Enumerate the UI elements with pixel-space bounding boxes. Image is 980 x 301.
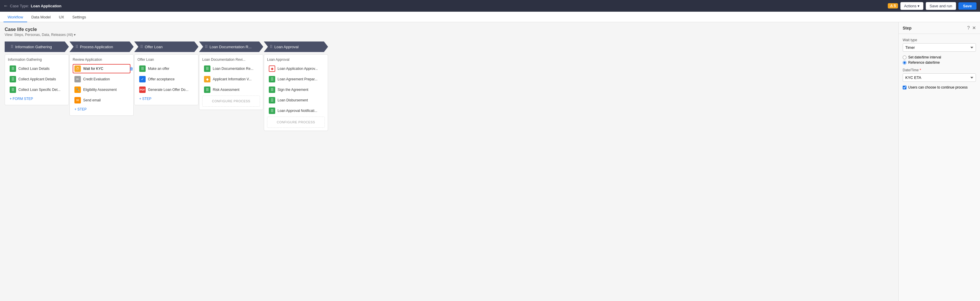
form-icon: ☰ [269,107,275,114]
form-icon: ☰ [269,97,275,104]
form-icon: ☰ [10,66,16,72]
configure-process-loan-doc[interactable]: CONFIGURE PROCESS [202,96,260,107]
stage-header-information-gathering[interactable]: ⠿ Information Gathering [5,42,69,52]
checkbox-label-text: Users can choose to continue process [908,85,967,90]
continue-process-checkbox[interactable] [903,86,907,90]
step-loan-approval-notification[interactable]: ☰ Loan Approval Notificati... [267,106,325,115]
form-icon: ☰ [139,66,146,72]
set-interval-radio[interactable] [903,56,907,59]
stage-label: Offer Loan [145,45,162,49]
stage-body-process-application: Review Application ⏱ 🗑 ✏ Credit Evaluati… [70,54,134,116]
step-risk-assessment[interactable]: ☰ Risk Assessment [202,85,260,94]
required-indicator: * [920,68,921,72]
step-send-email[interactable]: ✉ Send email [73,96,130,105]
step-generate-loan-offer-doc[interactable]: PDF Generate Loan Offer Do... [137,85,195,94]
set-date-time-interval-option[interactable]: Set date/time interval [903,55,976,59]
datetime-select[interactable]: KYC ETA Created Date [903,74,976,82]
step-wait-for-kyc[interactable]: ⏱ 🗑 [73,64,130,74]
actions-button[interactable]: Actions ▾ [900,2,924,10]
reference-radio[interactable] [903,61,907,65]
stage-label: Process Application [80,45,113,49]
tab-data-model[interactable]: Data Model [27,13,54,22]
step-collect-loan-details[interactable]: ☰ Collect Loan Details [8,64,66,74]
stage-offer-loan: ⠿ Offer Loan Offer Loan ☰ Make an offer … [134,42,199,105]
step-label: Eligibility Assessment [83,88,129,92]
top-bar-left: ← Case Type: Loan Application [3,3,885,8]
step-inner: ⏱ [75,66,127,72]
step-loan-application-approval[interactable]: ◆ Loan Application Approv... [267,64,325,74]
set-interval-label: Set date/time interval [908,55,941,59]
tab-settings[interactable]: Settings [68,13,90,22]
form-icon: ☰ [204,86,210,93]
step-sign-agreement[interactable]: ☰ Sign the Agreement [267,85,325,94]
add-form-step[interactable]: + FORM STEP [8,96,66,102]
step-label: Make an offer [148,67,194,71]
chevron-down-icon: ▾ [918,4,920,8]
back-button[interactable]: ← [3,3,8,8]
panel-icons: ? ✕ [967,25,976,31]
top-bar-right: ⚠ 5 Actions ▾ Save and run Save [888,2,977,10]
add-step-process[interactable]: + STEP [73,106,130,112]
panel-body: Wait type Timer Event Manual Set date/ti… [899,34,980,301]
configure-process-approval[interactable]: CONFIGURE PROCESS [267,117,325,128]
step-collect-loan-specific[interactable]: ☰ Collect Loan Specific Det... [8,85,66,94]
step-applicant-info-verification[interactable]: ◆ Applicant Information V... [202,75,260,84]
timer-icon: ⏱ [75,66,81,72]
wait-type-label: Wait type [903,38,976,42]
subtitle-dropdown-icon[interactable]: ▾ [74,33,76,37]
pdf-icon: PDF [139,86,146,93]
step-make-offer[interactable]: ☰ Make an offer [137,64,195,74]
reference-datetime-option[interactable]: Reference date/time [903,61,976,65]
step-label: Send email [83,98,129,102]
form-icon: ☰ [10,86,16,93]
diamond-red-icon: ◆ [269,66,275,72]
warning-badge[interactable]: ⚠ 5 [888,3,898,8]
stage-header-loan-documentation[interactable]: ⠿ Loan Documentation R... [199,42,263,52]
stage-header-process-application[interactable]: ⠿ Process Application [70,42,134,52]
step-label: Loan Application Approv... [278,67,323,71]
stage-header-loan-approval[interactable]: ⠿ Loan Approval [264,42,328,52]
email-icon: ✉ [75,97,81,104]
step-offer-acceptance[interactable]: ✓ Offer acceptance [137,75,195,84]
form-icon: ☰ [10,76,16,82]
stage-drag-icon: ⠿ [205,45,208,49]
stage-header-offer-loan[interactable]: ⠿ Offer Loan [134,42,199,52]
step-label: Offer acceptance [148,77,194,81]
main-content: Case life cycle View: Steps, Personas, D… [0,22,980,301]
workflow-columns: ⠿ Information Gathering Information Gath… [5,42,894,131]
step-eligibility-assessment[interactable]: 🔧 Eligibility Assessment [73,85,130,94]
group-label: Review Application [73,58,130,62]
help-icon[interactable]: ? [967,26,970,31]
stage-drag-icon: ⠿ [140,45,143,49]
step-collect-applicant-details[interactable]: ☰ Collect Applicant Details [8,75,66,84]
step-label: Collect Loan Specific Det... [18,88,64,92]
stage-label: Loan Documentation R... [210,45,251,49]
step-loan-disbursement[interactable]: ☰ Loan Disbursement [267,96,325,105]
case-type-prefix: Case Type: [10,4,29,8]
group-label: Offer Loan [137,58,195,62]
stage-drag-icon: ⠿ [11,45,13,49]
wrench-icon: 🔧 [75,86,81,93]
step-label: Generate Loan Offer Do... [148,88,194,92]
step-label: Loan Disbursement [278,98,323,102]
continue-process-checkbox-label[interactable]: Users can choose to continue process [903,85,976,90]
wait-type-select[interactable]: Timer Event Manual [903,43,976,52]
reference-label: Reference date/time [908,61,940,65]
step-name-input[interactable] [83,67,127,71]
top-bar: ← Case Type: Loan Application ⚠ 5 Action… [0,0,980,12]
check-icon: ✓ [139,76,146,82]
nav-tabs: Workflow Data Model UX Settings [0,12,980,22]
add-step-offer[interactable]: + STEP [137,96,195,102]
save-run-button[interactable]: Save and run [926,2,956,10]
save-button[interactable]: Save [958,2,977,10]
delete-icon[interactable]: 🗑 [129,66,134,71]
tab-ux[interactable]: UX [55,13,68,22]
step-loan-agreement-prep[interactable]: ☰ Loan Agreement Prepar... [267,75,325,84]
tab-workflow[interactable]: Workflow [3,13,27,22]
panel-header: Step ? ✕ [899,22,980,34]
step-label: Collect Loan Details [18,67,64,71]
close-icon[interactable]: ✕ [972,25,976,31]
case-type-name: Loan Application [31,4,62,8]
step-credit-evaluation[interactable]: ✏ Credit Evaluation [73,75,130,84]
step-loan-doc-review[interactable]: ☰ Loan Documentation Re... [202,64,260,74]
